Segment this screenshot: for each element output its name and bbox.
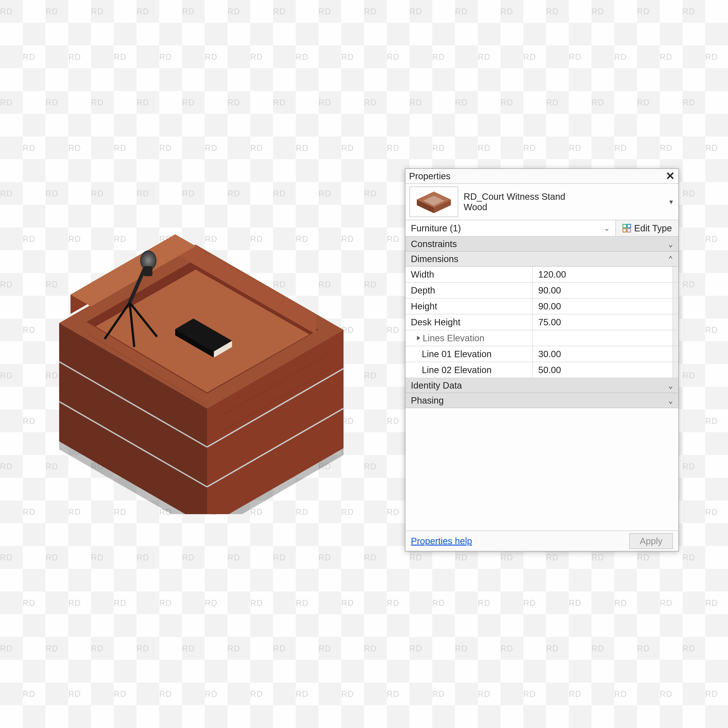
svg-rect-32 [627, 224, 631, 228]
svg-rect-31 [623, 224, 626, 228]
type-name-line2: Wood [463, 202, 565, 212]
collapse-icon: ⌄ [668, 237, 673, 251]
type-name: RD_Court Witness Stand Wood [463, 191, 565, 212]
properties-help-link[interactable]: Properties help [411, 536, 472, 546]
prop-button[interactable] [673, 346, 678, 362]
prop-button[interactable] [673, 283, 678, 298]
panel-title: Properties [409, 169, 450, 184]
expand-icon: ⌃ [668, 252, 673, 266]
type-selector-row[interactable]: RD_Court Witness Stand Wood ▾ [405, 184, 678, 220]
edit-type-label: Edit Type [634, 223, 672, 233]
type-dropdown-icon[interactable]: ▾ [669, 197, 673, 206]
type-name-line1: RD_Court Witness Stand [463, 191, 565, 202]
edit-type-icon [622, 223, 631, 233]
collapse-icon: ⌄ [668, 378, 673, 393]
category-dimensions[interactable]: Dimensions ⌃ [405, 252, 678, 267]
apply-button[interactable]: Apply [629, 533, 673, 549]
prop-desk-height[interactable]: Desk Height 75.00 [405, 314, 678, 330]
properties-panel: Properties ✕ RD_Court Witness Stand Wood… [405, 168, 679, 551]
instance-selector[interactable]: Furniture (1) ⌄ [405, 220, 615, 236]
prop-width[interactable]: Width 120.00 [405, 267, 678, 283]
svg-rect-33 [623, 229, 626, 232]
prop-button[interactable] [673, 298, 678, 314]
prop-lines-elevation[interactable]: Lines Elevation [405, 330, 678, 346]
prop-line02[interactable]: Line 02 Elevation 50.00 [405, 362, 678, 378]
expand-triangle-icon[interactable] [417, 336, 420, 340]
witness-stand-render [48, 196, 366, 514]
category-constraints[interactable]: Constraints ⌄ [405, 237, 678, 252]
category-identity[interactable]: Identity Data ⌄ [405, 378, 678, 393]
prop-height[interactable]: Height 90.00 [405, 298, 678, 314]
model-preview[interactable] [48, 196, 366, 514]
edit-type-button[interactable]: Edit Type [615, 220, 678, 236]
prop-button[interactable] [673, 362, 678, 378]
prop-line01[interactable]: Line 01 Elevation 30.00 [405, 346, 678, 362]
panel-titlebar[interactable]: Properties ✕ [405, 169, 678, 184]
prop-button[interactable] [673, 267, 678, 282]
svg-rect-34 [627, 229, 631, 232]
instance-selector-label: Furniture (1) [411, 223, 461, 233]
category-phasing[interactable]: Phasing ⌄ [405, 393, 678, 408]
panel-empty-area [405, 408, 678, 531]
collapse-icon: ⌄ [668, 393, 673, 408]
prop-button[interactable] [673, 330, 678, 346]
type-thumbnail [410, 187, 458, 217]
chevron-down-icon: ⌄ [604, 224, 610, 232]
panel-footer: Properties help Apply [405, 531, 678, 551]
prop-depth[interactable]: Depth 90.00 [405, 283, 678, 298]
svg-rect-22 [143, 266, 153, 276]
close-icon[interactable]: ✕ [666, 169, 675, 184]
prop-button[interactable] [673, 314, 678, 330]
